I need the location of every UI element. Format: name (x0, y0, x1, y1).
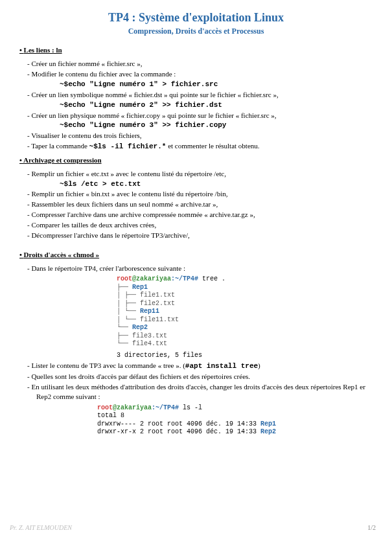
shell-prompt: root@zakariyaa:~/TP4# ls -l (97, 404, 373, 413)
list-item: Dans le répertoire TP4, créer l'arboresc… (19, 264, 373, 273)
prompt-host: zakariyaa (117, 404, 152, 411)
tree-branch: └── (117, 324, 132, 331)
tree-line: ├── file3.txt (117, 332, 373, 341)
command-line: ~$echo "Ligne numéro 2" >> fichier.dst (19, 100, 373, 110)
ls-output: root@zakariyaa:~/TP4# ls -l total 8 drwx… (97, 404, 373, 437)
text: et commenter le résultat obtenu. (166, 142, 259, 150)
list-item: Remplir un fichier « etc.txt » avec le c… (19, 169, 373, 179)
ls-perms: drwxrw---- 2 root root 4096 déc. 19 14:3… (97, 420, 260, 428)
list-item: Créer un lien physique nommé « fichier.c… (19, 111, 373, 120)
list-item: En utilisant les deux méthodes d'attribu… (19, 382, 373, 402)
doc-title: TP4 : Système d'exploitation Linux (19, 10, 373, 25)
tree-line: └── Rep2 (117, 324, 373, 332)
prompt-cmd: tree . (198, 275, 225, 282)
prompt-path: :~/TP4# (152, 404, 179, 411)
ls-line: drwxrw---- 2 root root 4096 déc. 19 14:3… (97, 420, 373, 429)
prompt-cmd: ls -l (179, 404, 202, 411)
command-line: ~$echo "Ligne numéro 1" > fichier.src (19, 80, 373, 89)
section1-heading: Les liens : ln (19, 45, 373, 55)
tree-branch: ├── (117, 284, 132, 291)
prompt-path: :~/TP4# (171, 275, 198, 282)
list-item: Quelles sont les droits d'accès par défa… (19, 372, 373, 382)
tree-branch: │ └── (117, 308, 140, 315)
list-item: Rassembler les deux fichiers dans un seu… (19, 200, 373, 209)
ls-line: drwxr-xr-x 2 root root 4096 déc. 19 14:3… (97, 428, 373, 437)
list-item: Lister le contenu de TP3 avec la command… (19, 361, 373, 371)
footer-author: Pr. Z. AIT ELMOUDEN (10, 523, 72, 532)
inline-command: ~$ls -il fichier.* (89, 143, 167, 150)
tree-summary: 3 directories, 5 files (117, 352, 373, 360)
ls-dir: Rep1 (260, 420, 276, 428)
list-item: Créer un fichier nommé « fichier.src », (19, 59, 373, 69)
prompt-host: zakariyaa (136, 275, 171, 282)
text: ) (258, 361, 260, 369)
text: Taper la commande (31, 142, 89, 150)
tree-line: │ ├── file1.txt (117, 291, 373, 300)
tree-line: │ ├── file2.txt (117, 300, 373, 308)
tree-dir: Rep11 (140, 308, 159, 315)
command-line: ~$ls /etc > etc.txt (19, 179, 373, 189)
tree-dir: Rep2 (132, 324, 148, 331)
tree-line: └── file4.txt (117, 340, 373, 348)
section3-heading: Droits d'accès « chmod » (19, 250, 373, 260)
shell-prompt: root@zakariyaa:~/TP4# tree . (117, 275, 373, 284)
tree-output: root@zakariyaa:~/TP4# tree . ├── Rep1 │ … (117, 275, 373, 360)
command-line: ~$echo "Ligne numéro 3" >> fichier.copy (19, 120, 373, 130)
ls-perms: drwxr-xr-x 2 root root 4096 déc. 19 14:3… (97, 428, 260, 435)
list-item: Compresser l'archive dans une archive co… (19, 210, 373, 220)
tree-dir: Rep1 (132, 284, 148, 291)
list-item: Comparer les tailles de deux archives cr… (19, 220, 373, 230)
list-item: Remplir un fichier « bin.txt » avec le c… (19, 189, 373, 199)
ls-line: total 8 (97, 412, 373, 420)
inline-command: #apt install tree (185, 362, 258, 370)
list-item: Taper la commande ~$ls -il fichier.* et … (19, 141, 373, 152)
text: Lister le contenu de TP3 avec la command… (31, 361, 185, 369)
tree-line: │ └── file11.txt (117, 316, 373, 325)
prompt-user: root (117, 275, 132, 282)
list-item: Modifier le contenu du fichier avec la c… (19, 69, 373, 79)
section2-heading: Archivage et compression (19, 155, 373, 165)
list-item: Visualiser le contenu des trois fichiers… (19, 131, 373, 141)
doc-subtitle: Compression, Droits d'accès et Processus (19, 26, 373, 36)
prompt-user: root (97, 404, 113, 411)
tree-line: ├── Rep1 (117, 284, 373, 292)
ls-dir: Rep2 (260, 428, 276, 435)
list-item: Créer un lien symbolique nommé « fichier… (19, 90, 373, 100)
tree-line: │ └── Rep11 (117, 308, 373, 316)
page-number: 1/2 (367, 523, 376, 532)
list-item: Décompresser l'archive dans le répertoir… (19, 231, 373, 240)
